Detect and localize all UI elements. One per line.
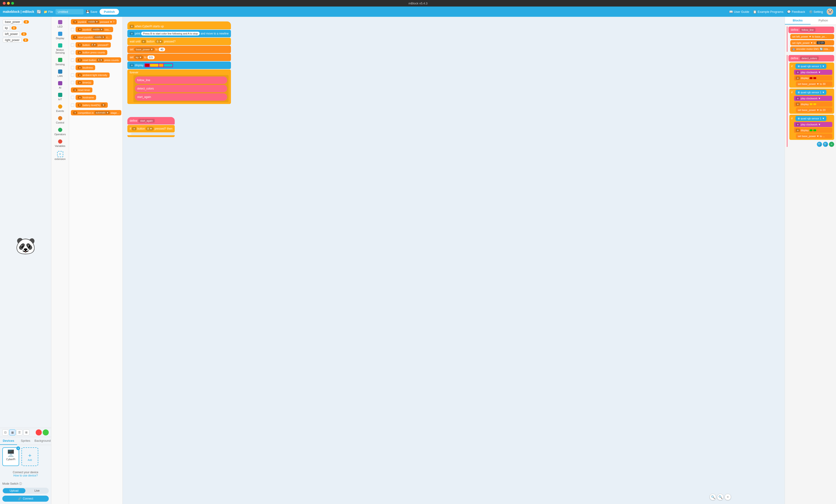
- set-kp-block[interactable]: set kp ▼ to 0.5: [127, 54, 231, 61]
- set-base-power-block[interactable]: set base_power ▼ to 40: [127, 46, 231, 53]
- zoom-in-right[interactable]: 🔍: [817, 142, 822, 147]
- view-fit-icon[interactable]: ⊡: [2, 429, 8, 435]
- cat-operators[interactable]: Operators: [52, 127, 68, 137]
- kp-value[interactable]: 0.5: [147, 56, 155, 59]
- button-press-counts-block[interactable]: ⊞ button press counts: [76, 50, 107, 55]
- if-block-3[interactable]: if 🖥 quad rgb sensor 1 ▼ ⊞ play clockwor…: [789, 115, 834, 140]
- button-dropdown[interactable]: B ▼: [155, 40, 163, 43]
- mode-live-button[interactable]: Live: [26, 488, 49, 493]
- if-block-1[interactable]: if 🖥 quad rgb sensor 1 ▼ ⊞ play clockwor…: [789, 62, 834, 88]
- block-checkbox[interactable]: [71, 103, 74, 107]
- settings-link[interactable]: ⚙️ Setting: [809, 10, 823, 14]
- project-title-input[interactable]: [56, 9, 83, 15]
- minimize-button[interactable]: [7, 2, 10, 5]
- print-block[interactable]: ⊞ print Press B to start color line foll…: [127, 30, 231, 37]
- cat-motion[interactable]: Motion Sensing: [52, 42, 68, 56]
- publish-button[interactable]: Publish: [100, 9, 119, 15]
- block-checkbox[interactable]: [71, 74, 74, 77]
- display-block[interactable]: ⊞ display: [127, 61, 231, 69]
- detect-colors-block[interactable]: detect_colors: [135, 85, 227, 92]
- set-right-power-block[interactable]: set right_power ▼ to -1 </>: [790, 40, 834, 45]
- ambient-light-block[interactable]: ⊞ ambient light intensity: [76, 73, 110, 78]
- set-base-20[interactable]: set base_power ▼ to 20: [796, 108, 832, 113]
- workspace[interactable]: 🖥 when CyberPi starts up ⊞ print Press B…: [123, 17, 785, 504]
- user-guide-link[interactable]: 📖 User Guide: [729, 10, 749, 14]
- file-menu[interactable]: 📁 File: [44, 10, 53, 14]
- sensor-block-2[interactable]: 🖥 quad rgb sensor 1 ▼: [795, 90, 826, 95]
- set-base-30[interactable]: set base_power ▼ to 30: [796, 81, 832, 86]
- when-cyberpi-starts-block[interactable]: 🖥 when CyberPi starts up: [127, 21, 231, 30]
- equals-right[interactable]: =: [829, 142, 834, 147]
- example-programs-link[interactable]: 📋 Example Programs: [753, 10, 783, 14]
- add-device-button[interactable]: + Add: [21, 447, 38, 466]
- zoom-out-button[interactable]: 🔍: [717, 494, 724, 500]
- view-list-icon[interactable]: ☰: [16, 429, 22, 435]
- base-power-dropdown[interactable]: base_power ▼: [134, 47, 154, 51]
- competition-block[interactable]: ⊞ competition in automatic ▼ stage...: [71, 110, 121, 115]
- set-left-power-block[interactable]: set left_power ▼ to base_po...: [790, 34, 834, 39]
- tab-background[interactable]: Background: [34, 437, 51, 445]
- tab-devices[interactable]: Devices: [0, 437, 17, 445]
- run-button[interactable]: [43, 429, 49, 435]
- device-close-icon[interactable]: ✕: [16, 446, 20, 450]
- joystick-mid-block[interactable]: ⊞ joystick middle ▼ pressed ▼ ?: [71, 19, 117, 24]
- stop-button[interactable]: [36, 429, 42, 435]
- save-button[interactable]: 💾 Save: [86, 10, 97, 14]
- define-detect-colors-block[interactable]: define detect_colors: [788, 55, 834, 61]
- reset-button-press-block[interactable]: ⊞ reset button A ▼ press counts: [76, 57, 121, 63]
- loudness-block[interactable]: ⊞ loudness: [76, 65, 95, 70]
- follow-line-block[interactable]: follow_line: [135, 76, 227, 84]
- play-clockwork-2[interactable]: ⊞ play clockwork ▼: [794, 96, 832, 101]
- block-checkbox[interactable]: [71, 59, 74, 62]
- start-again-block[interactable]: start_again: [135, 93, 227, 101]
- print-text[interactable]: Press B to start color line following an…: [141, 32, 200, 35]
- button-b-dropdown[interactable]: B ▼: [146, 127, 153, 131]
- encoder-block[interactable]: 🤖 encoder motor EM1 🔄 rota...: [790, 46, 834, 52]
- zoom-out-right[interactable]: 🔍: [823, 142, 828, 147]
- tab-sprites[interactable]: Sprites: [17, 437, 34, 445]
- cat-iot[interactable]: IoT: [52, 91, 68, 102]
- play-clockwork-1[interactable]: ⊞ play clockwork ▼: [794, 70, 832, 75]
- display-red-1[interactable]: ⊞ display: [794, 76, 832, 81]
- base-power-value[interactable]: 40: [159, 47, 165, 51]
- cat-lan[interactable]: LAN: [52, 68, 68, 79]
- define-start-again-block[interactable]: define start_again: [127, 117, 175, 124]
- view-large-icon[interactable]: ⊞: [23, 429, 30, 435]
- define-follow-line-block[interactable]: define follow_line: [788, 26, 834, 33]
- block-checkbox[interactable]: [71, 66, 74, 69]
- kp-dropdown[interactable]: kp ▼: [134, 56, 143, 59]
- cat-sensing[interactable]: Sensing: [52, 56, 68, 67]
- device-cyberpi[interactable]: ✕ 🖥️ CyberPi: [2, 447, 19, 466]
- joystick-count-block[interactable]: ⊞ joystick middle ▼ cou...: [76, 27, 113, 32]
- feedback-link[interactable]: 💬 Feedback: [787, 10, 805, 14]
- how-to-link[interactable]: How to use device?: [13, 474, 38, 477]
- display-yellow-2[interactable]: ⊞ display: [794, 102, 832, 107]
- forever-block[interactable]: forever follow_line detect_colors start_…: [127, 70, 231, 104]
- cat-events[interactable]: Events: [52, 103, 68, 114]
- cat-ai[interactable]: AI: [52, 80, 68, 91]
- timer-block[interactable]: ⊞ timer(s): [76, 80, 94, 85]
- reset-joystick-block[interactable]: ⊞ reset joystick middle ▼ c...: [71, 35, 112, 40]
- view-grid-icon[interactable]: ▦: [10, 429, 15, 435]
- if-button-b-block[interactable]: if ⊞ button B ▼ pressed? then: [127, 125, 175, 132]
- battery-block[interactable]: ⊞ battery level(%) ▼: [76, 102, 108, 108]
- block-checkbox[interactable]: [71, 51, 74, 54]
- button-a-block[interactable]: ⊞ button A ▼ pressed?: [76, 42, 111, 47]
- refresh-icon[interactable]: 🔄: [37, 9, 41, 14]
- tab-python[interactable]: Python: [811, 17, 836, 24]
- block-checkbox[interactable]: [71, 96, 74, 99]
- tab-blocks[interactable]: Blocks: [785, 17, 811, 24]
- cat-extension[interactable]: + extension: [52, 150, 68, 162]
- close-button[interactable]: [3, 2, 5, 5]
- set-base-var[interactable]: set base_power ▼ to ...: [796, 134, 832, 139]
- zoom-in-button[interactable]: 🔍: [709, 494, 716, 500]
- display-green-3[interactable]: ⊞ display: [794, 128, 832, 133]
- hostname-block[interactable]: ⊞ hostname: [76, 95, 96, 100]
- wait-until-block[interactable]: wait until ⊞ button B ▼ pressed?: [127, 38, 231, 45]
- connect-button[interactable]: 🔗 Connect: [2, 496, 49, 502]
- play-clockwork-3[interactable]: ⊞ play clockwork ▼: [794, 122, 832, 127]
- block-checkbox[interactable]: [71, 28, 74, 31]
- cat-display[interactable]: Display: [52, 30, 68, 41]
- avatar[interactable]: 🐼: [826, 8, 833, 15]
- zoom-reset-button[interactable]: =: [724, 494, 731, 500]
